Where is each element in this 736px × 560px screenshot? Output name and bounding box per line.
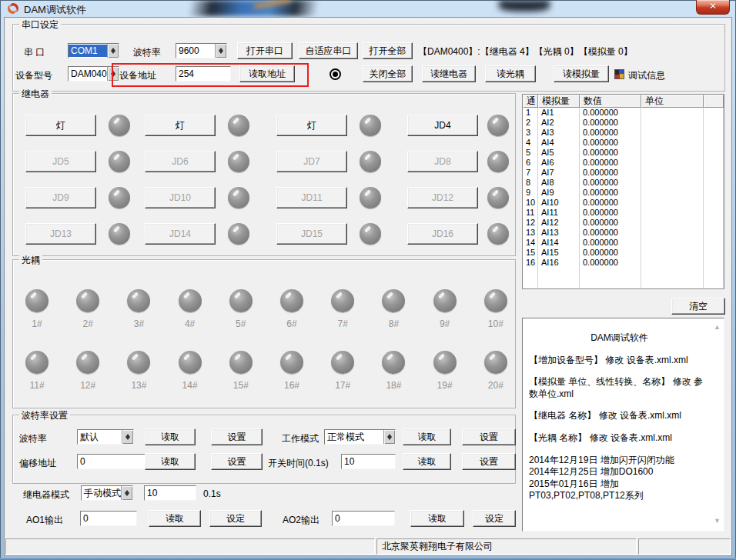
relay-button-1[interactable]: 灯 [25,115,96,136]
dropdown-arrow-icon[interactable] [107,44,119,58]
read-workmode-button[interactable]: 读取 [403,428,451,445]
opto-led-8 [382,289,405,312]
scroll-down-icon[interactable]: ▼ [714,517,721,526]
relay-time-unit: 0.1s [203,488,221,499]
relay-button-8[interactable]: JD8 [407,151,478,172]
read-ao1-button[interactable]: 读取 [149,510,201,527]
table-cell: AI14 [538,238,580,248]
scroll-up-icon[interactable]: ▲ [714,323,721,332]
dropdown-arrow-icon[interactable] [121,486,132,500]
dropdown-arrow-icon[interactable] [215,44,226,58]
table-cell: 0.000000 [580,168,641,178]
read-offset-button[interactable]: 读取 [145,453,196,470]
relay-button-5[interactable]: JD5 [25,151,96,172]
relay-time-input[interactable] [144,485,196,501]
set-offset-button[interactable]: 设置 [211,453,263,470]
debug-info-label[interactable]: 调试信息 [628,69,665,82]
baud-mode-select[interactable]: 默认 [77,429,134,445]
adaptive-serial-button[interactable]: 自适应串口 [299,42,358,59]
table-cell: 13 [523,228,538,238]
info-paragraph: 【继电器 名称】 修改 设备表.xml.xml [529,410,710,422]
relay-button-7[interactable]: JD7 [276,151,347,172]
table-row-empty [523,268,724,278]
read-analog-button[interactable]: 读模拟量 [554,65,609,82]
table-header-cell: 数值 [580,95,641,108]
table-cell: AI8 [538,178,580,188]
device-model-label: 设备型号 [15,69,52,82]
relay-button-4[interactable]: JD4 [407,115,478,136]
read-ao2-button[interactable]: 读取 [410,510,464,527]
relay-button-10[interactable]: JD10 [145,187,216,208]
baud-settings-group: 波特率设置 波特率 默认 读取 设置 工作模式 正常模式 读取 设置 偏移地址 … [12,415,516,484]
table-row: 14AI140.000000 [523,238,724,248]
table-cell: AI16 [538,258,580,268]
analog-table[interactable]: 通模拟量数值单位1AI10.0000002AI20.0000003AI30.00… [522,94,724,289]
clear-button[interactable]: 清空 [671,298,725,315]
table-row: 8AI80.000000 [523,178,724,188]
relay-button-16[interactable]: JD16 [407,223,478,245]
dropdown-arrow-icon[interactable] [107,67,119,81]
table-cell: 0.000000 [580,248,641,258]
close-all-button[interactable]: 关闭全部 [363,65,413,82]
table-cell [580,268,641,278]
opto-led-5 [229,289,253,312]
info-paragraph: 【光耦 名称】 修改 设备表.xml.xml [529,432,710,445]
set-workmode-button[interactable]: 设置 [462,428,516,445]
read-opto-button[interactable]: 读光耦 [485,65,536,82]
set-ao1-button[interactable]: 设定 [209,510,262,527]
opto-led-20 [484,351,507,374]
table-header-cell: 模拟量 [538,95,580,108]
relay-button-14[interactable]: JD14 [145,223,216,245]
relay-button-15[interactable]: JD15 [276,223,347,245]
read-switchtime-button[interactable]: 读取 [403,453,451,470]
ao1-input[interactable] [80,511,137,526]
set-baud-button[interactable]: 设置 [211,428,263,445]
table-cell: 2 [523,118,538,128]
table-cell: 0.000000 [580,218,641,228]
device-model-select[interactable]: DAM0400 [68,66,119,82]
relay-button-6[interactable]: JD6 [145,151,216,172]
table-cell: AI15 [538,248,580,258]
table-cell: 7 [523,168,538,178]
switch-time-input[interactable] [341,454,396,469]
baudrate-select[interactable]: 9600 [176,43,227,58]
changelog-line: 2014年12月25日 增加DO1600 [529,466,710,478]
offset-address-input[interactable] [77,454,151,469]
opto-label-2: 2# [71,318,105,329]
device-address-input[interactable] [176,66,231,82]
changelog-line: 2014年12月19日 增加闪开闪闭功能 [529,455,710,467]
table-row-empty [523,278,724,288]
dropdown-arrow-icon[interactable] [383,430,395,444]
relay-mode-select[interactable]: 手动模式 [81,485,133,501]
work-mode-select[interactable]: 正常模式 [324,429,396,445]
table-cell: 1 [523,108,538,118]
read-address-button[interactable]: 读取地址 [239,65,295,82]
table-cell [641,268,704,278]
dropdown-arrow-icon[interactable] [122,430,133,444]
opto-led-10 [484,289,507,312]
table-cell [641,168,704,178]
read-baud-button[interactable]: 读取 [145,428,196,445]
relay-button-13[interactable]: JD13 [25,223,96,245]
relay-button-3[interactable]: 灯 [276,115,347,136]
relay-button-12[interactable]: JD12 [407,187,478,208]
relay-button-9[interactable]: JD9 [25,187,96,208]
relay-button-2[interactable]: 灯 [145,115,216,136]
table-cell: AI9 [538,188,580,198]
open-all-button[interactable]: 打开全部 [363,42,413,59]
serial-port-select[interactable]: COM1 [68,43,119,58]
ao2-input[interactable] [332,511,395,526]
table-cell: 3 [523,128,538,138]
work-mode-value: 正常模式 [325,430,383,445]
set-ao2-button[interactable]: 设定 [473,510,516,527]
relay-led-11 [360,187,381,208]
set-switchtime-button[interactable]: 设置 [462,453,516,470]
relay-button-11[interactable]: JD11 [276,187,347,208]
info-changelog: 2014年12月19日 增加闪开闪闭功能2014年12月25日 增加DO1600… [529,455,710,502]
read-relay-button[interactable]: 读继电器 [422,65,476,82]
close-button[interactable]: ✕ [696,0,730,15]
open-serial-button[interactable]: 打开串口 [237,42,293,59]
table-cell [704,148,724,158]
table-header-cell: 单位 [641,95,704,108]
table-row: 4AI40.000000 [523,138,724,148]
